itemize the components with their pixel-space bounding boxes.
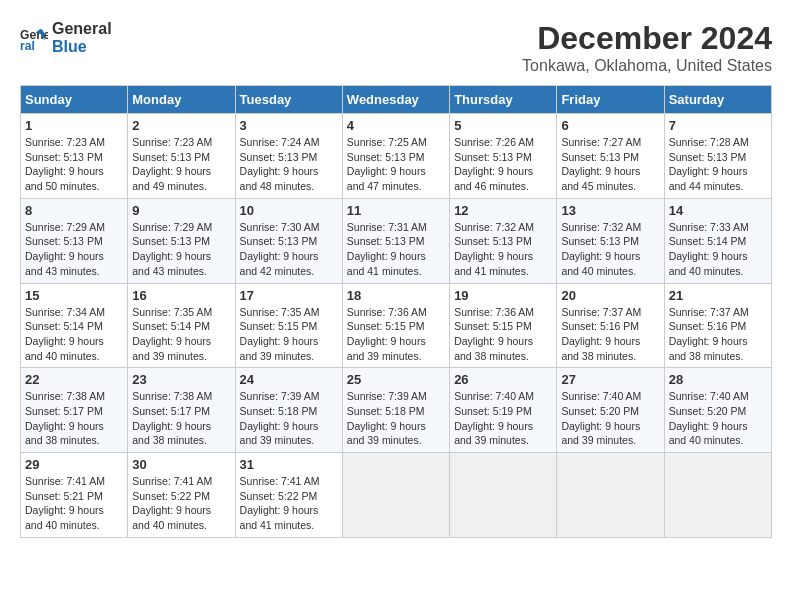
calendar-cell: 21Sunrise: 7:37 AMSunset: 5:16 PMDayligh… — [664, 283, 771, 368]
day-info: Sunrise: 7:37 AMSunset: 5:16 PMDaylight:… — [669, 305, 767, 364]
logo-text: General Blue — [52, 20, 112, 55]
calendar-cell: 20Sunrise: 7:37 AMSunset: 5:16 PMDayligh… — [557, 283, 664, 368]
day-info: Sunrise: 7:30 AMSunset: 5:13 PMDaylight:… — [240, 220, 338, 279]
calendar-week-row: 29Sunrise: 7:41 AMSunset: 5:21 PMDayligh… — [21, 453, 772, 538]
day-number: 28 — [669, 372, 767, 387]
day-number: 12 — [454, 203, 552, 218]
day-info: Sunrise: 7:41 AMSunset: 5:22 PMDaylight:… — [240, 474, 338, 533]
day-number: 23 — [132, 372, 230, 387]
calendar-cell: 31Sunrise: 7:41 AMSunset: 5:22 PMDayligh… — [235, 453, 342, 538]
weekday-header: Wednesday — [342, 86, 449, 114]
calendar-cell: 3Sunrise: 7:24 AMSunset: 5:13 PMDaylight… — [235, 114, 342, 199]
subtitle: Tonkawa, Oklahoma, United States — [522, 57, 772, 75]
day-number: 5 — [454, 118, 552, 133]
calendar-cell: 12Sunrise: 7:32 AMSunset: 5:13 PMDayligh… — [450, 198, 557, 283]
day-info: Sunrise: 7:23 AMSunset: 5:13 PMDaylight:… — [132, 135, 230, 194]
calendar-cell: 18Sunrise: 7:36 AMSunset: 5:15 PMDayligh… — [342, 283, 449, 368]
calendar-cell: 11Sunrise: 7:31 AMSunset: 5:13 PMDayligh… — [342, 198, 449, 283]
calendar-cell: 29Sunrise: 7:41 AMSunset: 5:21 PMDayligh… — [21, 453, 128, 538]
header: Gene ral General Blue December 2024 Tonk… — [20, 20, 772, 75]
calendar-cell: 26Sunrise: 7:40 AMSunset: 5:19 PMDayligh… — [450, 368, 557, 453]
day-number: 2 — [132, 118, 230, 133]
day-number: 19 — [454, 288, 552, 303]
main-title: December 2024 — [522, 20, 772, 57]
day-info: Sunrise: 7:32 AMSunset: 5:13 PMDaylight:… — [454, 220, 552, 279]
day-info: Sunrise: 7:28 AMSunset: 5:13 PMDaylight:… — [669, 135, 767, 194]
day-number: 13 — [561, 203, 659, 218]
day-info: Sunrise: 7:40 AMSunset: 5:20 PMDaylight:… — [669, 389, 767, 448]
day-info: Sunrise: 7:39 AMSunset: 5:18 PMDaylight:… — [240, 389, 338, 448]
title-area: December 2024 Tonkawa, Oklahoma, United … — [522, 20, 772, 75]
day-info: Sunrise: 7:32 AMSunset: 5:13 PMDaylight:… — [561, 220, 659, 279]
calendar-cell: 14Sunrise: 7:33 AMSunset: 5:14 PMDayligh… — [664, 198, 771, 283]
day-info: Sunrise: 7:36 AMSunset: 5:15 PMDaylight:… — [454, 305, 552, 364]
day-info: Sunrise: 7:31 AMSunset: 5:13 PMDaylight:… — [347, 220, 445, 279]
day-info: Sunrise: 7:37 AMSunset: 5:16 PMDaylight:… — [561, 305, 659, 364]
calendar-week-row: 22Sunrise: 7:38 AMSunset: 5:17 PMDayligh… — [21, 368, 772, 453]
calendar-cell: 13Sunrise: 7:32 AMSunset: 5:13 PMDayligh… — [557, 198, 664, 283]
day-number: 10 — [240, 203, 338, 218]
calendar-week-row: 8Sunrise: 7:29 AMSunset: 5:13 PMDaylight… — [21, 198, 772, 283]
weekday-header: Tuesday — [235, 86, 342, 114]
logo: Gene ral General Blue — [20, 20, 112, 55]
calendar-cell — [664, 453, 771, 538]
calendar-cell: 22Sunrise: 7:38 AMSunset: 5:17 PMDayligh… — [21, 368, 128, 453]
day-info: Sunrise: 7:33 AMSunset: 5:14 PMDaylight:… — [669, 220, 767, 279]
weekday-header: Friday — [557, 86, 664, 114]
day-info: Sunrise: 7:36 AMSunset: 5:15 PMDaylight:… — [347, 305, 445, 364]
day-number: 15 — [25, 288, 123, 303]
day-info: Sunrise: 7:35 AMSunset: 5:14 PMDaylight:… — [132, 305, 230, 364]
calendar-cell: 4Sunrise: 7:25 AMSunset: 5:13 PMDaylight… — [342, 114, 449, 199]
calendar-cell: 28Sunrise: 7:40 AMSunset: 5:20 PMDayligh… — [664, 368, 771, 453]
day-info: Sunrise: 7:27 AMSunset: 5:13 PMDaylight:… — [561, 135, 659, 194]
day-number: 11 — [347, 203, 445, 218]
day-number: 27 — [561, 372, 659, 387]
logo-icon: Gene ral — [20, 24, 48, 52]
day-info: Sunrise: 7:29 AMSunset: 5:13 PMDaylight:… — [25, 220, 123, 279]
calendar-header-row: SundayMondayTuesdayWednesdayThursdayFrid… — [21, 86, 772, 114]
day-info: Sunrise: 7:40 AMSunset: 5:20 PMDaylight:… — [561, 389, 659, 448]
calendar-week-row: 15Sunrise: 7:34 AMSunset: 5:14 PMDayligh… — [21, 283, 772, 368]
calendar-cell: 23Sunrise: 7:38 AMSunset: 5:17 PMDayligh… — [128, 368, 235, 453]
calendar-cell: 5Sunrise: 7:26 AMSunset: 5:13 PMDaylight… — [450, 114, 557, 199]
day-info: Sunrise: 7:35 AMSunset: 5:15 PMDaylight:… — [240, 305, 338, 364]
day-number: 16 — [132, 288, 230, 303]
calendar-cell: 27Sunrise: 7:40 AMSunset: 5:20 PMDayligh… — [557, 368, 664, 453]
day-number: 9 — [132, 203, 230, 218]
calendar-table: SundayMondayTuesdayWednesdayThursdayFrid… — [20, 85, 772, 538]
weekday-header: Monday — [128, 86, 235, 114]
weekday-header: Sunday — [21, 86, 128, 114]
calendar-cell: 10Sunrise: 7:30 AMSunset: 5:13 PMDayligh… — [235, 198, 342, 283]
calendar-cell — [557, 453, 664, 538]
day-number: 14 — [669, 203, 767, 218]
day-info: Sunrise: 7:25 AMSunset: 5:13 PMDaylight:… — [347, 135, 445, 194]
calendar-cell: 7Sunrise: 7:28 AMSunset: 5:13 PMDaylight… — [664, 114, 771, 199]
day-number: 6 — [561, 118, 659, 133]
day-number: 24 — [240, 372, 338, 387]
day-number: 8 — [25, 203, 123, 218]
day-number: 1 — [25, 118, 123, 133]
day-number: 17 — [240, 288, 338, 303]
calendar-cell: 1Sunrise: 7:23 AMSunset: 5:13 PMDaylight… — [21, 114, 128, 199]
calendar-cell: 2Sunrise: 7:23 AMSunset: 5:13 PMDaylight… — [128, 114, 235, 199]
day-info: Sunrise: 7:26 AMSunset: 5:13 PMDaylight:… — [454, 135, 552, 194]
calendar-cell: 8Sunrise: 7:29 AMSunset: 5:13 PMDaylight… — [21, 198, 128, 283]
day-info: Sunrise: 7:39 AMSunset: 5:18 PMDaylight:… — [347, 389, 445, 448]
calendar-cell: 6Sunrise: 7:27 AMSunset: 5:13 PMDaylight… — [557, 114, 664, 199]
calendar-week-row: 1Sunrise: 7:23 AMSunset: 5:13 PMDaylight… — [21, 114, 772, 199]
day-number: 7 — [669, 118, 767, 133]
calendar-cell: 25Sunrise: 7:39 AMSunset: 5:18 PMDayligh… — [342, 368, 449, 453]
day-number: 3 — [240, 118, 338, 133]
day-number: 4 — [347, 118, 445, 133]
day-number: 22 — [25, 372, 123, 387]
weekday-header: Saturday — [664, 86, 771, 114]
calendar-cell: 19Sunrise: 7:36 AMSunset: 5:15 PMDayligh… — [450, 283, 557, 368]
calendar-cell: 17Sunrise: 7:35 AMSunset: 5:15 PMDayligh… — [235, 283, 342, 368]
calendar-cell: 15Sunrise: 7:34 AMSunset: 5:14 PMDayligh… — [21, 283, 128, 368]
calendar-cell — [342, 453, 449, 538]
day-number: 25 — [347, 372, 445, 387]
calendar-cell — [450, 453, 557, 538]
svg-text:ral: ral — [20, 39, 35, 52]
day-info: Sunrise: 7:38 AMSunset: 5:17 PMDaylight:… — [25, 389, 123, 448]
day-number: 31 — [240, 457, 338, 472]
